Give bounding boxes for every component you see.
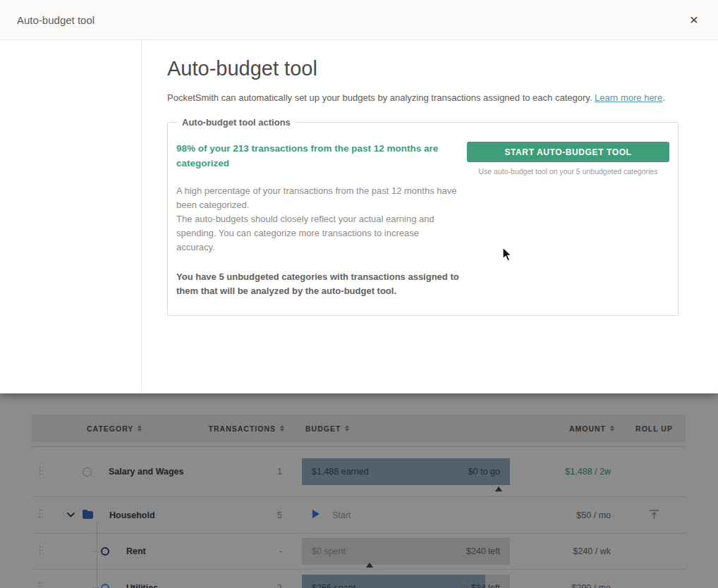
auto-budget-modal: Auto-budget tool PocketSmith can automat…	[0, 40, 718, 393]
categorization-summary: 98% of your 213 transactions from the pa…	[176, 142, 460, 171]
auto-budget-actions-panel: Auto-budget tool actions 98% of your 213…	[167, 117, 679, 316]
screen: CATEGORY TRANSACTIONS BUDGET AMOUNT ROLL…	[0, 0, 718, 588]
actions-paragraph-2: The auto-budgets should closely reflect …	[176, 212, 460, 255]
window-title: Auto-budget tool	[17, 14, 95, 26]
mouse-cursor-icon	[502, 247, 514, 262]
modal-title-bar: Auto-budget tool ×	[0, 0, 718, 40]
intro-period: .	[662, 92, 665, 103]
page-title: Auto-budget tool	[167, 57, 679, 80]
sidebar-divider	[141, 40, 142, 393]
actions-legend: Auto-budget tool actions	[178, 117, 295, 128]
learn-more-link[interactable]: Learn more here	[595, 92, 662, 103]
start-auto-budget-button[interactable]: START AUTO-BUDGET TOOL	[467, 142, 669, 162]
start-button-caption: Use auto-budget tool on your 5 unbudgete…	[467, 167, 669, 176]
close-icon[interactable]: ×	[684, 10, 704, 30]
actions-paragraph-1: A high percentage of your transactions f…	[176, 184, 460, 212]
intro-sentence: PocketSmith can automatically set up you…	[167, 92, 592, 103]
unbudgeted-categories-note: You have 5 unbudgeted categories with tr…	[176, 270, 460, 298]
modal-backdrop	[0, 393, 718, 588]
intro-text: PocketSmith can automatically set up you…	[167, 92, 679, 103]
